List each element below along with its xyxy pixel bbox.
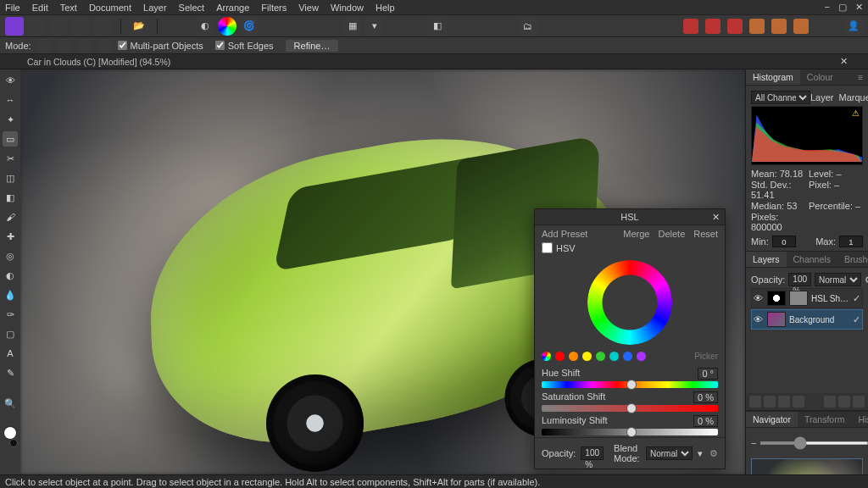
mode-subtract-icon[interactable] [77,39,92,53]
picker-button[interactable]: Picker [694,352,718,361]
assets-icon[interactable]: 🗂 [519,17,537,36]
account-icon[interactable]: 👤 [844,17,863,36]
menu-text[interactable]: Text [60,3,77,13]
tab-transform[interactable]: Transform [798,412,851,427]
snapping-icon[interactable]: ▾ [365,17,384,36]
refine-button[interactable]: Refine… [286,40,339,52]
layer-opacity-value[interactable]: 100 % [788,273,811,286]
swatch-green[interactable] [596,352,605,361]
delete-layer-icon[interactable] [853,396,865,408]
zoom-out-icon[interactable]: − [751,438,756,448]
heal-tool-icon[interactable]: ✚ [3,229,18,244]
zoom-slider[interactable] [760,441,868,445]
menu-layer[interactable]: Layer [143,3,167,13]
group-icon[interactable] [824,396,836,408]
node-tool-icon[interactable]: ✦ [3,112,18,127]
menu-filters[interactable]: Filters [261,3,287,13]
menu-help[interactable]: Help [376,3,395,13]
swatch-blue[interactable] [623,352,632,361]
hue-ring[interactable] [587,260,672,345]
merge-button[interactable]: Merge [623,229,649,239]
arrange-middle-icon[interactable] [771,19,787,34]
hsl-blend-dropdown[interactable]: Normal [646,446,693,460]
layer-row-background[interactable]: 👁 Background ✓ [751,309,863,330]
foreground-color-swatch[interactable] [3,426,17,440]
layer-settings-icon[interactable]: ⚙ [865,274,868,286]
adjustment-icon[interactable] [764,396,776,408]
visibility-icon[interactable]: 👁 [754,293,764,303]
layer-row-hsl[interactable]: 👁 HSL Shift Adjust… ✓ [751,288,863,308]
menu-view[interactable]: View [298,3,319,13]
layer-lock-icon[interactable]: ✓ [853,314,860,325]
mode-intersect-icon[interactable] [97,39,113,53]
swatch-master[interactable] [542,352,551,361]
panel-menu-icon[interactable]: ≡ [853,69,868,85]
swatch-orange[interactable] [569,352,578,361]
color-picker-tool-icon[interactable]: ✎ [3,365,18,380]
sat-slider[interactable] [542,405,718,412]
menu-edit[interactable]: Edit [32,3,48,13]
layer-lock-icon[interactable]: ✓ [853,293,860,304]
menu-window[interactable]: Window [331,3,364,13]
assistant-panel-icon[interactable]: ◧ [428,17,447,36]
visibility-icon[interactable]: 👁 [754,314,764,324]
text-tool-icon[interactable]: A [3,346,18,361]
hsv-checkbox[interactable]: HSV [535,242,725,257]
fx-icon[interactable] [778,396,790,408]
mask-icon[interactable] [749,396,761,408]
tab-channels[interactable]: Channels [787,252,837,267]
delete-button[interactable]: Delete [658,229,685,239]
document-close-icon[interactable]: ✕ [840,56,848,67]
hue-slider[interactable] [542,381,718,388]
reset-button[interactable]: Reset [693,229,718,239]
crop-tool-icon[interactable]: ✂ [3,151,18,166]
arrange-right-icon[interactable] [727,19,743,34]
move-tool-icon[interactable]: ↔ [3,92,18,108]
swatch-cyan[interactable] [609,352,619,361]
flood-tool-icon[interactable]: ◧ [3,190,18,205]
persona-export-icon[interactable] [93,17,112,36]
channel-dropdown[interactable]: All Channels [751,91,810,104]
menu-arrange[interactable]: Arrange [216,3,249,13]
persona-tonemap-icon[interactable] [71,17,90,36]
hsl-title[interactable]: HSL ✕ [535,209,725,225]
brush-tool-icon[interactable]: 🖌 [3,209,18,225]
pen-tool-icon[interactable]: ✑ [3,307,18,322]
minimize-icon[interactable]: − [825,2,830,13]
toolbar-open-icon[interactable]: 📂 [130,17,148,36]
chevron-down-icon[interactable]: ▾ [698,448,703,459]
persona-photo-icon[interactable] [5,17,24,36]
tab-history[interactable]: History [851,412,868,427]
arrange-center-icon[interactable] [705,19,721,34]
multipart-checkbox[interactable]: Multi-part Objects [118,41,203,51]
arrange-top-icon[interactable] [749,19,765,34]
lum-value[interactable]: 0 % [693,415,718,427]
selection-tool-icon[interactable]: ▭ [3,131,18,147]
softedges-checkbox[interactable]: Soft Edges [215,41,274,51]
mode-add-icon[interactable] [57,39,72,53]
histo-max-input[interactable] [839,236,863,247]
background-color-swatch[interactable] [9,439,18,447]
menu-file[interactable]: File [5,3,20,13]
tab-colour[interactable]: Colour [800,69,840,85]
gear-icon[interactable]: ⚙ [709,448,718,459]
dodge-tool-icon[interactable]: ◐ [3,268,18,283]
blur-tool-icon[interactable]: 💧 [3,287,18,302]
menu-document[interactable]: Document [89,3,131,13]
swatch-red[interactable] [555,352,565,361]
add-preset-button[interactable]: Add Preset [542,229,587,239]
tab-brushes[interactable]: Brushes [837,252,868,267]
mode-new-icon[interactable] [36,39,52,53]
tab-histogram[interactable]: Histogram [746,69,800,85]
quickmask-icon[interactable]: ▦ [343,17,362,36]
maximize-icon[interactable]: ▢ [838,2,847,13]
menu-select[interactable]: Select [179,3,205,13]
close-icon[interactable]: ✕ [855,2,863,13]
color-wheel-icon[interactable] [218,17,236,36]
arrange-bottom-icon[interactable] [793,19,809,34]
color-format-icon[interactable]: ◐ [196,17,214,36]
arrange-left-icon[interactable] [683,19,698,34]
swatch-yellow[interactable] [582,352,592,361]
shape-tool-icon[interactable]: ▢ [3,326,18,341]
dialog-close-icon[interactable]: ✕ [712,212,720,223]
